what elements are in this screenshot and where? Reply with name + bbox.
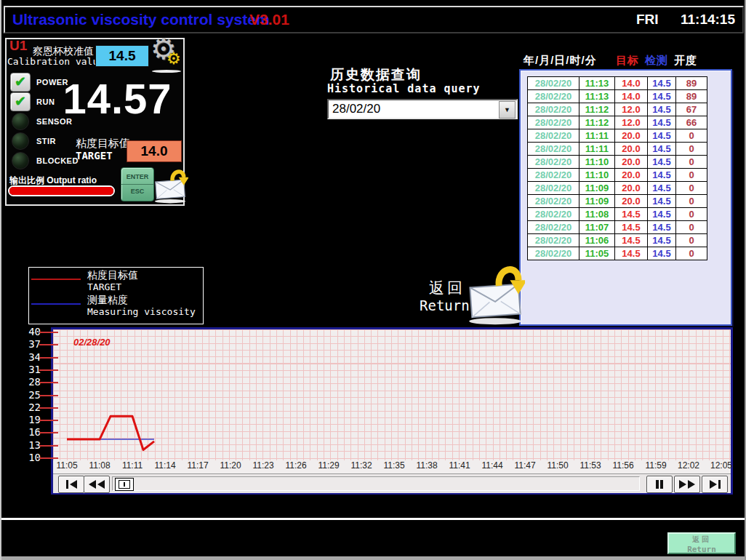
history-cell: 11:10 [579,169,615,182]
table-row: 28/02/2011:1212.014.567 [528,103,707,116]
col-header-datetime: 年/月/日/时/分 [524,54,597,68]
date-select[interactable]: 28/02/20 ▼ [327,99,518,119]
pause-button[interactable] [646,476,673,493]
history-cell: 28/02/20 [528,103,579,116]
y-tick-label: 28 [19,376,41,388]
history-cell: 20.0 [615,195,648,208]
history-cell: 14.5 [648,103,676,116]
app-version: V3.01 [249,11,289,28]
history-cell: 11:13 [579,77,615,90]
weekday-label: FRI [636,12,659,28]
y-tick-mark [39,407,58,409]
y-tick-label: 10 [19,452,41,463]
history-cell: 11:09 [579,182,615,195]
skip-to-end-button[interactable] [702,476,728,493]
gear-shadow [152,70,181,73]
table-row: 28/02/2011:0514.514.50 [528,247,707,260]
history-cell: 28/02/20 [528,208,579,221]
legend-target-en: TARGET [87,281,121,292]
x-tick-label: 11:32 [344,460,379,471]
table-row: 28/02/2011:1314.014.589 [528,90,707,103]
history-cell: 11:09 [579,195,615,208]
y-tick-mark [39,357,58,359]
history-cell: 28/02/20 [528,90,579,103]
history-cell: 14.5 [648,77,676,90]
scroll-thumb-icon [119,480,130,489]
y-tick-mark [39,395,58,396]
x-tick-label: 11:20 [213,460,248,471]
history-cell: 28/02/20 [528,156,579,169]
legend-measured-en: Measuring viscosity [87,306,196,317]
mail-return-icon[interactable] [152,165,188,204]
mail-return-icon-large[interactable] [465,259,525,326]
history-cell: 28/02/20 [528,116,579,129]
target-value-field[interactable]: 14.0 [127,140,182,162]
rewind-icon [89,480,96,489]
settings-button[interactable]: ⚙ ⚙ [149,36,185,73]
y-tick-label: 22 [19,401,41,413]
history-cell: 14.5 [615,221,648,234]
history-table-body: 28/02/2011:1314.014.58928/02/2011:1314.0… [528,77,707,260]
enter-esc-button[interactable]: ENTER ESC [121,167,154,201]
history-cell: 11:11 [579,129,615,143]
history-cell: 11:08 [579,208,615,221]
history-cell: 0 [676,208,707,221]
table-row: 28/02/2011:1314.014.589 [528,77,707,90]
history-cell: 0 [676,182,707,195]
chart-scrollbar-thumb[interactable] [115,478,134,491]
history-cell: 14.0 [615,90,648,103]
app-title: Ultrasonic viscosity control system [12,11,270,28]
x-tick-label: 11:17 [180,460,215,471]
x-tick-label: 11:56 [606,460,641,471]
history-cell: 11:10 [579,156,615,169]
x-tick-label: 11:26 [278,460,313,471]
table-row: 28/02/2011:0714.514.50 [528,221,707,234]
chart-scrollbar-track[interactable] [112,476,640,491]
rewind-button[interactable] [84,476,110,493]
history-cell: 11:12 [579,116,615,129]
x-tick-label: 11:08 [82,460,117,471]
blocked-lamp-icon [12,152,29,169]
history-cell: 14.5 [648,234,676,247]
table-row: 28/02/2011:0920.014.50 [528,195,707,208]
history-cell: 0 [676,247,707,260]
table-row: 28/02/2011:1020.014.50 [528,169,707,182]
history-cell: 14.0 [615,77,648,90]
stir-label: STIR [36,137,56,145]
target-label-en: TARGET [76,150,113,161]
history-cell: 11:11 [579,143,615,156]
screen-bottom-edge [1,556,746,560]
skip-to-start-button[interactable] [58,476,84,493]
history-cell: 20.0 [615,143,648,156]
history-cell: 28/02/20 [528,143,579,156]
history-cell: 14.5 [648,195,676,208]
y-tick-mark [39,344,58,345]
return-label-zh: 返回 [429,278,465,298]
fast-forward-button[interactable] [674,476,700,493]
legend-target-line [31,279,81,280]
history-cell: 14.5 [648,247,676,260]
y-tick-mark [39,332,58,333]
history-cell: 28/02/20 [528,77,579,90]
target-label-zh: 粘度目标值 [76,137,130,151]
bottom-return-button[interactable]: 返回 Return [667,532,736,554]
x-tick-label: 11:35 [377,460,412,471]
history-cell: 28/02/20 [528,169,579,182]
y-tick-mark [39,432,58,433]
query-title-en: Historical data query [327,82,481,95]
skip-end-icon [710,480,717,489]
y-tick-label: 31 [19,364,41,375]
history-cell: 28/02/20 [528,195,579,208]
sensor-lamp-icon [12,113,29,130]
y-tick-label: 13 [19,439,41,451]
chart-grid [53,329,731,460]
blocked-label: BLOCKED [36,156,79,165]
dropdown-arrow-icon[interactable]: ▼ [499,101,516,119]
calibration-value-field[interactable]: 14.5 [95,45,149,67]
unit-id-label: U1 [9,38,27,54]
y-tick-mark [39,445,58,447]
history-cell: 14.5 [615,247,648,260]
x-tick-label: 11:50 [540,460,575,471]
history-cell: 28/02/20 [528,247,579,260]
run-on-check-icon: ✔ [10,92,31,111]
